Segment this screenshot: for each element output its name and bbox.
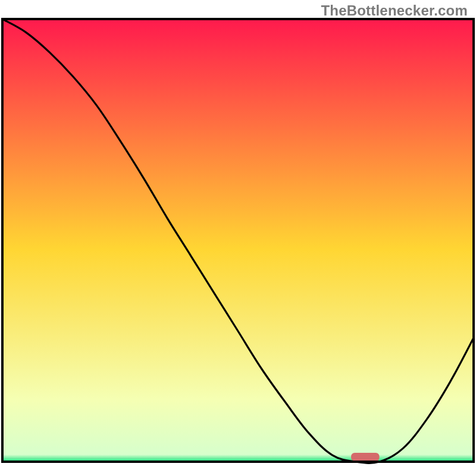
chart-svg (0, 0, 476, 476)
plot-background (2, 19, 474, 462)
watermark-text: TheBottlenecker.com (321, 2, 468, 19)
bottleneck-chart: TheBottlenecker.com (0, 0, 476, 476)
optimal-marker (351, 453, 380, 461)
